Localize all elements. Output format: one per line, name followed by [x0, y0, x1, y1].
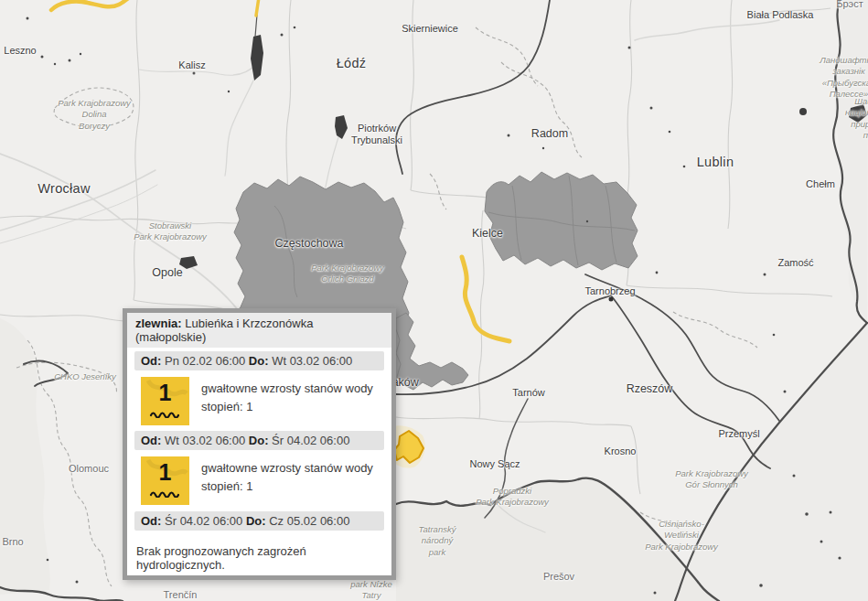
popup-title-label: zlewnia: [135, 317, 182, 330]
do-label: Do: [249, 354, 269, 368]
period-to: Śr 04.02 06:00 [272, 434, 349, 447]
period-range-2: Od: Wt 03.02 06:00 Do: Śr 04.02 06:00 [134, 431, 384, 450]
od-label: Od: [141, 434, 161, 447]
warning-description: gwałtowne wzrosty stanów wody [201, 459, 373, 478]
od-label: Od: [141, 354, 161, 368]
hydro-warning-level1-icon: 1 [141, 456, 189, 505]
period-from: Pn 02.02 06:00 [165, 354, 245, 368]
hydro-warning-map-app: LesznoKaliszŁódźSkierniewicePiotrków Try… [0, 0, 868, 601]
warning-level-number: 1 [141, 380, 189, 406]
warning-popup: zlewnia: Lubieńka i Krzczonówka (małopol… [123, 308, 396, 580]
hydro-warning-level1-icon: 1 [141, 377, 189, 425]
no-hazard-message: Brak prognozowanych zagrożeń hydrologicz… [136, 544, 382, 572]
warning-degree: stopień: 1 [201, 478, 373, 496]
warning-level-number: 1 [141, 459, 189, 486]
popup-body: Od: Pn 02.02 06:00 Do: Wt 03.02 06:00 1 … [127, 351, 391, 572]
water-wave-icon [149, 488, 181, 498]
warning-degree: stopień: 1 [201, 398, 373, 416]
water-wave-icon [149, 409, 181, 418]
period-from: Wt 03.02 06:00 [165, 434, 245, 447]
do-label: Do: [246, 514, 266, 528]
warning-entry-1: 1 gwałtowne wzrosty stanów wody stopień:… [141, 377, 384, 425]
period-to: Cz 05.02 06:00 [269, 514, 349, 528]
warning-text: gwałtowne wzrosty stanów wody stopień: 1 [201, 456, 373, 505]
period-from: Śr 04.02 06:00 [165, 514, 242, 528]
period-range-1: Od: Pn 02.02 06:00 Do: Wt 03.02 06:00 [134, 351, 384, 370]
period-range-3: Od: Śr 04.02 06:00 Do: Cz 05.02 06:00 [134, 511, 384, 531]
od-label: Od: [141, 514, 161, 528]
warning-description: gwałtowne wzrosty stanów wody [201, 380, 373, 398]
popup-title: zlewnia: Lubieńka i Krzczonówka (małopol… [127, 313, 391, 348]
do-label: Do: [249, 434, 269, 447]
period-to: Wt 03.02 06:00 [272, 354, 352, 368]
warning-entry-2: 1 gwałtowne wzrosty stanów wody stopień:… [141, 456, 384, 505]
warning-text: gwałtowne wzrosty stanów wody stopień: 1 [201, 377, 373, 425]
